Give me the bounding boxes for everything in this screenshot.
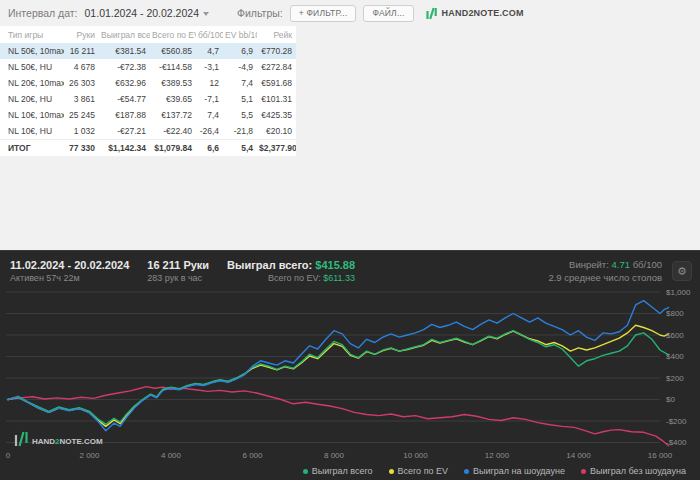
hands-group: 16 211 Руки 283 рук в час xyxy=(147,259,209,283)
table-row[interactable]: NL 20€, 10max26 303€632.96€389.53127,4€5… xyxy=(0,75,296,91)
legend-label: Выиграл всего xyxy=(312,466,373,476)
table-cell: €770.28 xyxy=(257,43,296,59)
table-cell: -€72.38 xyxy=(99,59,150,75)
table-cell: 4 678 xyxy=(64,59,99,75)
table-row[interactable]: NL 10€, HU1 032-€27.21-€22.40-26,4-21,8€… xyxy=(0,123,296,140)
ev-total-label: Всего по EV: xyxy=(268,273,321,283)
table-cell: €101.31 xyxy=(257,91,296,107)
legend-item[interactable]: Выиграл на шоудауне xyxy=(464,466,565,476)
add-filter-button[interactable]: + ФИЛЬТР... xyxy=(290,5,357,22)
legend-label: Всего по EV xyxy=(398,466,448,476)
table-cell: 7,4 xyxy=(196,107,223,123)
stats-section: Интервал дат: 01.01.2024 - 20.02.2024 Фи… xyxy=(0,0,700,250)
hands-per-hour: 283 рук в час xyxy=(147,273,209,283)
x-axis-label: 0 xyxy=(6,451,11,460)
game-type-stats-table: Тип игрыРукиВыиграл всегоВсего по EVбб/1… xyxy=(0,26,296,156)
table-cell: €632.96 xyxy=(99,75,150,91)
hand2note-h-icon xyxy=(425,7,438,20)
table-cell: 6,6 xyxy=(196,140,223,157)
table-row[interactable]: NL 20€, HU3 861-€54.77€39.65-7,15,1€101.… xyxy=(0,91,296,107)
table-row[interactable]: NL 50€, 10max16 211€381.54€560.854,76,9€… xyxy=(0,43,296,59)
chart-watermark: HAND2NOTE.COM xyxy=(16,432,103,446)
table-row[interactable]: NL 50€, HU4 678-€72.38-€114.58-3,1-4,9€2… xyxy=(0,59,296,75)
column-header[interactable]: Выиграл всего xyxy=(99,26,150,43)
winnings-group: Выиграл всего: $415.88 Всего по EV: $611… xyxy=(227,259,355,283)
legend-dot-icon xyxy=(303,469,308,474)
avg-tables: 2.9 среднее число столов xyxy=(548,272,662,283)
table-cell: $2,377.90 xyxy=(257,140,296,157)
winrate-units: бб/100 xyxy=(633,259,662,270)
table-cell: 6,9 xyxy=(223,43,257,59)
gear-icon[interactable]: ⚙ xyxy=(672,261,692,281)
table-cell: 26 303 xyxy=(64,75,99,91)
top-toolbar: Интервал дат: 01.01.2024 - 20.02.2024 Фи… xyxy=(0,0,700,24)
column-header[interactable]: Рейк xyxy=(257,26,296,43)
table-cell: -€54.77 xyxy=(99,91,150,107)
date-interval-dropdown[interactable]: 01.01.2024 - 20.02.2024 xyxy=(85,7,209,19)
column-header[interactable]: Всего по EV xyxy=(150,26,196,43)
watermark-note: NOTE.COM xyxy=(60,437,103,446)
table-cell: -4,9 xyxy=(223,59,257,75)
graph-header: 11.02.2024 - 20.02.2024 Активен 57ч 22м … xyxy=(0,251,700,288)
y-axis-label: $800 xyxy=(666,309,684,318)
y-axis-label: -$400 xyxy=(666,438,687,447)
x-axis-label: 6 000 xyxy=(242,451,263,460)
x-axis-label: 10 000 xyxy=(403,451,428,460)
table-cell: -€27.21 xyxy=(99,123,150,140)
table-cell: -€114.58 xyxy=(150,59,196,75)
x-axis-label: 14 000 xyxy=(566,451,591,460)
table-cell: 4,7 xyxy=(196,43,223,59)
table-cell: 1 032 xyxy=(64,123,99,140)
chevron-down-icon xyxy=(203,12,209,16)
table-total-row[interactable]: ИТОГ77 330$1,142.34$1,079.846,65,4$2,377… xyxy=(0,140,296,157)
legend-dot-icon xyxy=(581,469,586,474)
graph-date-range-group: 11.02.2024 - 20.02.2024 Активен 57ч 22м xyxy=(10,259,129,283)
table-cell: €20.10 xyxy=(257,123,296,140)
date-interval-value: 01.01.2024 - 20.02.2024 xyxy=(85,7,199,19)
series-line xyxy=(8,326,669,427)
legend-item[interactable]: Всего по EV xyxy=(389,466,448,476)
winnings-chart-svg: $1,000$800$600$400$200$0-$200-$40002 000… xyxy=(0,288,700,462)
table-cell: €591.68 xyxy=(257,75,296,91)
x-axis-label: 2 000 xyxy=(79,451,100,460)
table-cell: €137.72 xyxy=(150,107,196,123)
table-cell: -21,8 xyxy=(223,123,257,140)
table-header-row: Тип игрыРукиВыиграл всегоВсего по EVбб/1… xyxy=(0,26,296,43)
column-header[interactable]: EV bb/100 xyxy=(223,26,257,43)
table-cell: -26,4 xyxy=(196,123,223,140)
table-cell: €560.85 xyxy=(150,43,196,59)
brand-logo[interactable]: HAND2NOTE.COM xyxy=(425,7,524,20)
table-cell: 12 xyxy=(196,75,223,91)
legend-item[interactable]: Выиграл всего xyxy=(303,466,373,476)
column-header[interactable]: бб/100 xyxy=(196,26,223,43)
table-cell: 16 211 xyxy=(64,43,99,59)
winrate-label: Винрейт: xyxy=(569,259,609,270)
watermark-hand: HAND xyxy=(32,437,55,446)
file-button[interactable]: ФАЙЛ... xyxy=(363,5,413,22)
series-line xyxy=(8,301,669,431)
legend-dot-icon xyxy=(464,469,469,474)
table-cell: NL 50€, HU xyxy=(0,59,64,75)
table-cell: -€22.40 xyxy=(150,123,196,140)
y-axis-label: $200 xyxy=(666,374,684,383)
y-axis-label: $400 xyxy=(666,352,684,361)
table-cell: -7,1 xyxy=(196,91,223,107)
x-axis-label: 16 000 xyxy=(648,451,673,460)
legend-item[interactable]: Выиграл без шоудауна xyxy=(581,466,686,476)
table-cell: -3,1 xyxy=(196,59,223,75)
y-axis-label: $0 xyxy=(666,395,675,404)
table-cell: 5,1 xyxy=(223,91,257,107)
table-cell: NL 20€, 10max xyxy=(0,75,64,91)
filters-label: Фильтры: xyxy=(237,7,283,19)
active-time: Активен 57ч 22м xyxy=(10,273,129,283)
brand-text: HAND2NOTE.COM xyxy=(442,8,524,18)
table-cell: NL 50€, 10max xyxy=(0,43,64,59)
series-line xyxy=(8,387,669,446)
table-cell: 3 861 xyxy=(64,91,99,107)
column-header[interactable]: Руки xyxy=(64,26,99,43)
table-cell: NL 10€, HU xyxy=(0,123,64,140)
column-header[interactable]: Тип игры xyxy=(0,26,64,43)
table-row[interactable]: NL 10€, 10max25 245€187.88€137.727,45,5€… xyxy=(0,107,296,123)
ev-total-value: $611.33 xyxy=(323,273,355,283)
x-axis-label: 8 000 xyxy=(324,451,345,460)
